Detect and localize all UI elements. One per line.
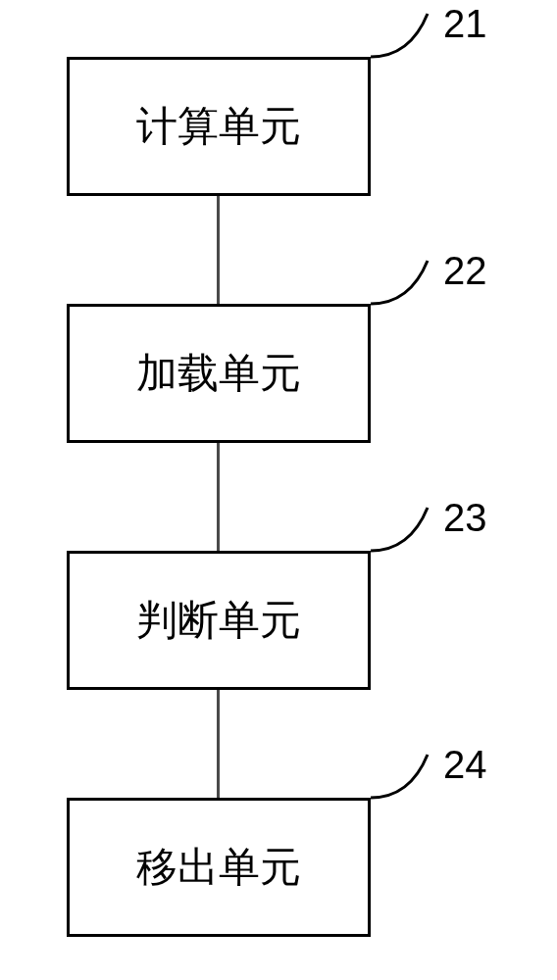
block-label: 加载单元 bbox=[136, 346, 301, 401]
block-calculation-unit: 计算单元 bbox=[67, 57, 371, 196]
block-label: 移出单元 bbox=[136, 840, 301, 895]
ref-label-21: 21 bbox=[443, 2, 487, 46]
block-judgment-unit: 判断单元 bbox=[67, 551, 371, 690]
ref-label-24: 24 bbox=[443, 743, 487, 787]
connector-line bbox=[217, 196, 220, 304]
diagram-canvas: 计算单元 21 加载单元 22 判断单元 23 移出单元 24 bbox=[0, 0, 557, 980]
ref-label-22: 22 bbox=[443, 249, 487, 293]
ref-label-23: 23 bbox=[443, 496, 487, 540]
block-label: 判断单元 bbox=[136, 593, 301, 648]
block-removal-unit: 移出单元 bbox=[67, 798, 371, 937]
block-loading-unit: 加载单元 bbox=[67, 304, 371, 443]
block-label: 计算单元 bbox=[136, 99, 301, 154]
connector-line bbox=[217, 443, 220, 551]
connector-line bbox=[217, 690, 220, 798]
